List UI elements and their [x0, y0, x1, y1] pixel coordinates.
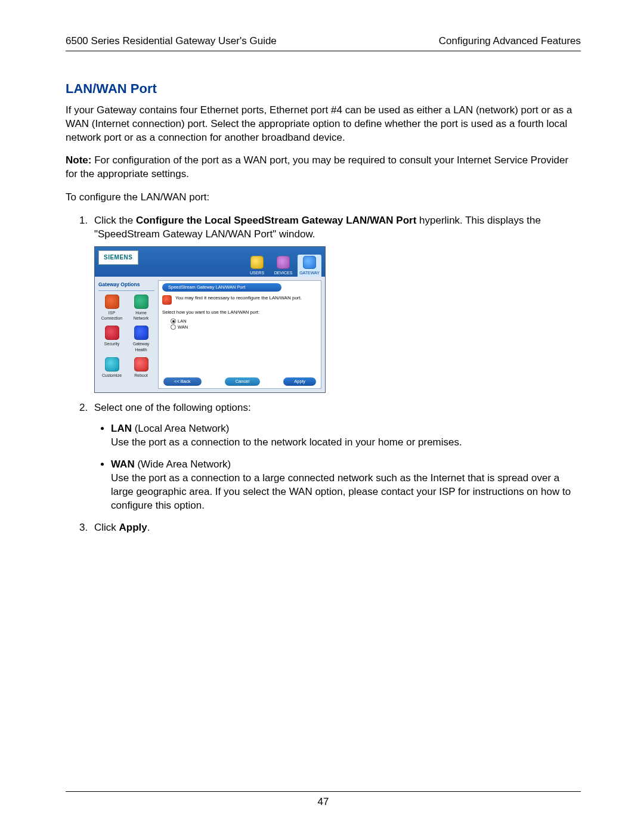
sidebar-home-label: Home Network — [134, 311, 149, 320]
radio-wan-row[interactable]: WAN — [171, 324, 317, 330]
tab-users[interactable]: USERS — [245, 256, 269, 277]
page-number: 47 — [318, 796, 329, 807]
radio-wan-label: WAN — [178, 324, 188, 330]
customize-icon — [105, 357, 119, 371]
gateway-icon — [303, 256, 316, 269]
radio-lan[interactable] — [171, 318, 176, 324]
step-3: Click Apply. — [91, 521, 581, 535]
step3-pre: Click — [94, 522, 119, 533]
tab-users-label: USERS — [250, 271, 264, 275]
lan-bold: LAN — [111, 423, 132, 434]
sidebar-header: Gateway Options — [98, 281, 154, 290]
users-icon — [250, 256, 264, 269]
siemens-logo: SIEMENS — [98, 250, 138, 265]
step1-pre: Click the — [94, 215, 136, 226]
screenshot-main-panel: SpeedStream Gateway LAN/WAN Port You may… — [158, 280, 321, 389]
tab-devices[interactable]: DEVICES — [271, 256, 295, 277]
panel-info-text: You may find it necessary to reconfigure… — [175, 295, 302, 302]
home-network-icon — [134, 295, 148, 309]
note-paragraph: Note: For configuration of the port as a… — [66, 154, 581, 181]
header-left: 6500 Series Residential Gateway User's G… — [66, 35, 277, 48]
embedded-screenshot: SIEMENS USERS DEVICES GATEWAY — [94, 246, 326, 393]
step1-link-text: Configure the Local SpeedStream Gateway … — [136, 215, 416, 226]
sidebar-item-health[interactable]: Gateway Health — [128, 326, 154, 352]
step-1: Click the Configure the Local SpeedStrea… — [91, 214, 581, 393]
header-right: Configuring Advanced Features — [439, 35, 581, 48]
apply-button[interactable]: Apply — [283, 377, 316, 386]
gateway-health-icon — [134, 326, 148, 340]
sidebar-item-reboot[interactable]: Reboot — [128, 357, 154, 378]
wan-bold: WAN — [111, 459, 135, 470]
cancel-button[interactable]: Cancel — [225, 377, 260, 386]
sidebar-item-home[interactable]: Home Network — [128, 295, 154, 321]
step3-post: . — [147, 522, 150, 533]
radio-lan-label: LAN — [178, 318, 187, 324]
info-icon — [162, 295, 172, 305]
wan-body: Use the port as a connection to a large … — [111, 472, 571, 511]
tab-devices-label: DEVICES — [274, 271, 293, 275]
sidebar-health-label: Gateway Health — [133, 342, 150, 351]
screenshot-topbar: SIEMENS USERS DEVICES GATEWAY — [95, 247, 325, 277]
sidebar-item-customize[interactable]: Customize — [98, 357, 125, 378]
reboot-icon — [134, 357, 148, 371]
tab-gateway-label: GATEWAY — [299, 271, 320, 275]
screenshot-sidebar: Gateway Options ISP Connection Home Netw… — [95, 277, 158, 392]
option-lan: LAN (Local Area Network) Use the port as… — [111, 422, 581, 450]
step2-intro: Select one of the following options: — [94, 402, 251, 413]
step-2: Select one of the following options: LAN… — [91, 401, 581, 513]
sidebar-isp-label: ISP Connection — [101, 311, 122, 320]
sidebar-item-isp[interactable]: ISP Connection — [98, 295, 125, 321]
section-heading: LAN/WAN Port — [66, 80, 581, 98]
note-body: For configuration of the port as a WAN p… — [66, 154, 568, 179]
note-label: Note: — [66, 154, 91, 166]
sidebar-security-label: Security — [104, 342, 119, 346]
panel-title-pill: SpeedStream Gateway LAN/WAN Port — [162, 283, 281, 292]
tab-gateway[interactable]: GATEWAY — [298, 255, 321, 277]
wan-paren: (Wide Area Network) — [135, 459, 231, 470]
lan-body: Use the port as a connection to the netw… — [111, 436, 462, 448]
sidebar-item-security[interactable]: Security — [98, 326, 125, 352]
back-button[interactable]: << Back — [163, 377, 202, 386]
isp-icon — [105, 295, 119, 309]
devices-icon — [277, 256, 290, 269]
intro-paragraph: If your Gateway contains four Ethernet p… — [66, 104, 581, 145]
radio-lan-row[interactable]: LAN — [171, 318, 317, 324]
radio-wan[interactable] — [171, 324, 176, 330]
lan-paren: (Local Area Network) — [132, 423, 229, 434]
security-icon — [105, 326, 119, 340]
sidebar-customize-label: Customize — [102, 373, 122, 377]
select-how-label: Select how you want to use the LAN/WAN p… — [162, 309, 317, 316]
option-wan: WAN (Wide Area Network) Use the port as … — [111, 458, 581, 513]
sidebar-reboot-label: Reboot — [134, 373, 148, 377]
to-configure-line: To configure the LAN/WAN port: — [66, 191, 581, 205]
step3-apply-word: Apply — [119, 522, 147, 533]
